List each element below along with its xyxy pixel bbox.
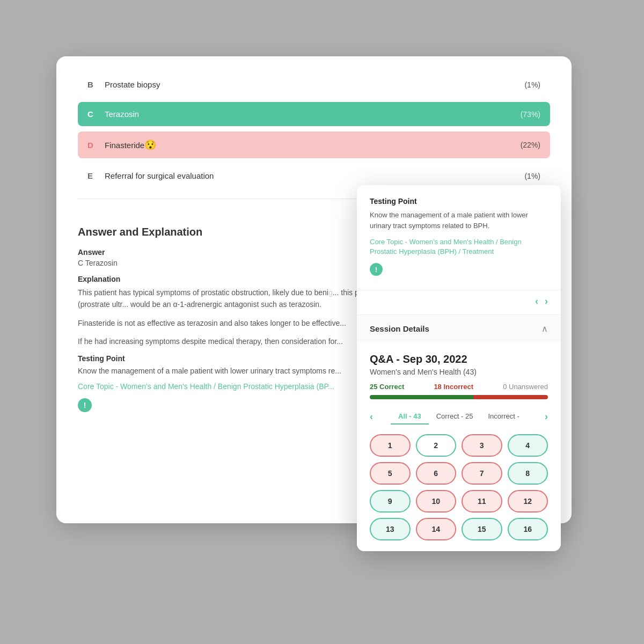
popup-tp-title: Testing Point — [370, 197, 548, 206]
popup-testing-point: Testing Point Know the management of a m… — [357, 185, 561, 290]
option-e-letter: E — [87, 171, 97, 180]
option-c-text: Terazosin — [105, 109, 139, 119]
filter-prev-button[interactable]: ‹ — [370, 411, 373, 422]
filter-tab-all[interactable]: All - 43 — [391, 409, 429, 425]
session-stats-row: 25 Correct 18 Incorrect 0 Unanswered — [370, 383, 548, 391]
popup-tp-link[interactable]: Core Topic - Women's and Men's Health / … — [370, 237, 548, 257]
option-e-text: Referral for surgical evaluation — [105, 171, 214, 180]
option-d-letter: D — [87, 141, 97, 150]
q-num-16[interactable]: 16 — [508, 518, 548, 540]
q-num-11[interactable]: 11 — [462, 490, 502, 513]
filter-next-button[interactable]: › — [545, 411, 548, 422]
session-subject: Women's and Men's Health (43) — [370, 368, 548, 376]
answer-option-b[interactable]: B Prostate biopsy (1%) — [78, 72, 550, 97]
answer-option-c[interactable]: C Terazosin (73%) — [78, 102, 550, 126]
option-c-percent: (73%) — [521, 110, 540, 119]
option-b-text: Prostate biopsy — [105, 80, 160, 89]
answer-option-e[interactable]: E Referral for surgical evaluation (1%) — [78, 164, 550, 188]
session-qa-title: Q&A - Sep 30, 2022 — [370, 353, 548, 365]
q-num-8[interactable]: 8 — [508, 462, 548, 485]
popup-next-button[interactable]: › — [545, 296, 548, 307]
popup-nav-buttons: ‹ › — [357, 290, 561, 314]
q-num-4[interactable]: 4 — [508, 434, 548, 457]
option-b-percent: (1%) — [524, 80, 540, 89]
filter-tab-correct[interactable]: Correct - 25 — [429, 409, 481, 425]
option-d-percent: (22%) — [521, 141, 540, 149]
option-c-letter: C — [87, 109, 97, 119]
question-grid: 1 2 3 4 5 6 7 8 9 10 11 12 13 14 15 16 — [370, 434, 548, 540]
answer-option-d[interactable]: D Finasteride 😯 (22%) — [78, 131, 550, 158]
progress-bar — [370, 395, 548, 399]
q-num-10[interactable]: 10 — [416, 490, 457, 513]
filter-tab-incorrect[interactable]: Incorrect - — [480, 409, 527, 425]
popup-card: Testing Point Know the management of a m… — [357, 185, 561, 551]
option-e-percent: (1%) — [524, 172, 540, 180]
popup-tp-text: Know the management of a male patient wi… — [370, 210, 548, 231]
session-details: Session Details ∧ Q&A - Sep 30, 2022 Wom… — [357, 314, 561, 551]
filter-tabs-inner: All - 43 Correct - 25 Incorrect - — [391, 409, 527, 425]
q-num-1[interactable]: 1 — [370, 434, 411, 457]
alert-icon[interactable]: ! — [78, 398, 92, 412]
filter-tabs: ‹ All - 43 Correct - 25 Incorrect - › — [370, 409, 548, 425]
session-header[interactable]: Session Details ∧ — [357, 314, 561, 342]
stat-unanswered: 0 Unanswered — [503, 383, 548, 391]
session-header-title: Session Details — [370, 324, 429, 333]
session-content: Q&A - Sep 30, 2022 Women's and Men's Hea… — [357, 342, 561, 551]
option-d-text: Finasteride — [105, 141, 144, 150]
progress-incorrect-fill — [473, 395, 548, 399]
q-num-7[interactable]: 7 — [462, 462, 502, 485]
q-num-15[interactable]: 15 — [462, 518, 502, 540]
option-b-letter: B — [87, 80, 97, 89]
stat-correct: 25 Correct — [370, 383, 404, 391]
q-num-9[interactable]: 9 — [370, 490, 411, 513]
q-num-13[interactable]: 13 — [370, 518, 411, 540]
popup-prev-button[interactable]: ‹ — [535, 296, 538, 307]
option-d-emoji: 😯 — [144, 139, 156, 151]
progress-correct-fill — [370, 395, 473, 399]
answer-options: B Prostate biopsy (1%) C Terazosin (73%)… — [78, 72, 550, 188]
q-num-6[interactable]: 6 — [416, 462, 457, 485]
q-num-5[interactable]: 5 — [370, 462, 411, 485]
stat-incorrect: 18 Incorrect — [434, 383, 473, 391]
popup-alert-icon[interactable]: ! — [370, 263, 383, 276]
q-num-2[interactable]: 2 — [416, 434, 457, 457]
q-num-3[interactable]: 3 — [462, 434, 502, 457]
session-collapse-icon: ∧ — [541, 324, 548, 334]
q-num-12[interactable]: 12 — [508, 490, 548, 513]
q-num-14[interactable]: 14 — [416, 518, 457, 540]
